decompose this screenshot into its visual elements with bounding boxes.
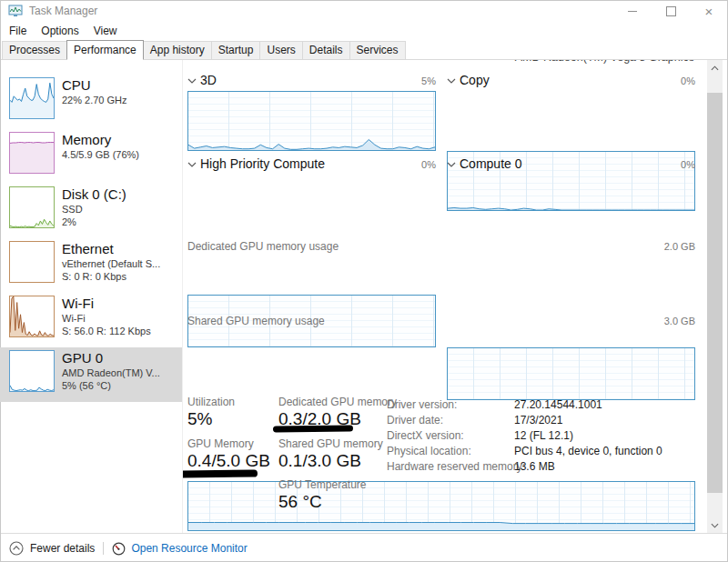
shared-memory-value: 0.1/3.0 GB — [278, 451, 361, 471]
tabbar: Processes Performance App history Startu… — [0, 40, 728, 60]
chevron-up-icon — [711, 65, 719, 71]
window-controls: × — [613, 0, 728, 22]
sidebar-item-sub: S: 56.0 R: 112 Kbps — [62, 325, 180, 337]
statusbar: Fewer details Open Resource Monitor — [0, 533, 728, 562]
directx-version-label: DirectX version: — [387, 429, 464, 442]
sidebar-item-title: CPU — [62, 76, 180, 94]
hardware-reserved-memory-label: Hardware reserved memory: — [387, 460, 525, 473]
minimize-button[interactable] — [613, 0, 652, 22]
scrollbar-down-button[interactable] — [707, 517, 723, 533]
menu-file[interactable]: File — [2, 23, 34, 39]
wifi-text: Wi-Fi Wi-Fi S: 56.0 R: 112 Kbps — [62, 295, 180, 337]
gpu-temperature-value: 56 °C — [278, 492, 322, 512]
chevron-down-icon — [711, 523, 719, 528]
sidebar-item-ethernet[interactable]: Ethernet vEthernet (Default S... S: 0 R:… — [0, 238, 182, 293]
titlebar: Task Manager × — [0, 0, 728, 22]
hardware-reserved-memory-value: 13.6 MB — [514, 460, 555, 473]
resource-monitor-icon — [112, 542, 126, 556]
sidebar-item-sub: 22% 2.70 GHz — [62, 94, 180, 106]
physical-location-label: Physical location: — [387, 445, 471, 457]
dedicated-memory-label: Dedicated GPU memory — [278, 396, 397, 408]
sidebar-item-sub: vEthernet (Default S... — [62, 257, 180, 270]
clipped-gpu-name: AMD Radeon(TM) Vega 8 Graphics — [515, 60, 694, 64]
sidebar-item-cpu[interactable]: CPU 22% 2.70 GHz — [0, 75, 182, 129]
chart-title: Shared GPU memory usage — [187, 315, 325, 327]
chevron-down-icon[interactable] — [447, 74, 456, 86]
chevron-down-icon[interactable] — [187, 157, 197, 170]
chevron-down-icon[interactable] — [447, 157, 456, 170]
menubar: File Options View — [0, 22, 728, 40]
sidebar-item-sub: Wi-Fi — [62, 312, 180, 325]
sidebar-item-sub: 5% (56 °C) — [62, 379, 180, 392]
sidebar-item-memory[interactable]: Memory 4.5/5.9 GB (76%) — [0, 129, 182, 184]
gpu-temperature-label: GPU Temperature — [278, 478, 367, 491]
maximize-button[interactable] — [652, 0, 690, 22]
chart-header-shared-memory: Shared GPU memory usage 3.0 GB — [187, 315, 695, 327]
chart-title: Copy — [460, 73, 490, 87]
sidebar-item-sub: S: 0 R: 0 Kbps — [62, 270, 180, 283]
sidebar-item-sub: 4.5/5.9 GB (76%) — [62, 148, 180, 161]
sidebar-item-wifi[interactable]: Wi-Fi Wi-Fi S: 56.0 R: 112 Kbps — [0, 293, 182, 347]
chart-header-high-priority-compute: High Priority Compute 0% — [187, 156, 436, 171]
driver-date-label: Driver date: — [387, 414, 443, 427]
chart-title: Compute 0 — [460, 156, 521, 171]
menu-options[interactable]: Options — [34, 23, 86, 39]
disk-mini-chart — [9, 186, 55, 228]
chart-value: 0% — [681, 75, 695, 86]
dedicated-gpu-memory-chart[interactable] — [187, 481, 695, 531]
shared-memory-label: Shared GPU memory — [278, 437, 383, 450]
chart-value: 0% — [421, 159, 436, 170]
chevron-up-circle-icon — [9, 541, 24, 556]
marker-annotation — [183, 470, 258, 478]
statusbar-divider — [103, 542, 104, 555]
window-title: Task Manager — [29, 5, 97, 17]
sidebar-item-title: Disk 0 (C:) — [62, 186, 180, 203]
fewer-details-button[interactable]: Fewer details — [9, 541, 95, 556]
gpu-detail-pane: AMD Radeon(TM) Vega 8 Graphics 3D 5% Cop… — [183, 60, 707, 533]
tab-app-history[interactable]: App history — [143, 41, 212, 59]
sidebar-item-title: Ethernet — [62, 240, 180, 257]
driver-date-value: 17/3/2021 — [514, 414, 562, 427]
close-button[interactable]: × — [690, 0, 728, 22]
tab-users[interactable]: Users — [259, 41, 302, 59]
cpu-mini-chart — [9, 77, 55, 119]
open-resource-monitor-link[interactable]: Open Resource Monitor — [112, 542, 247, 556]
menu-view[interactable]: View — [86, 23, 125, 39]
gpu-text: GPU 0 AMD Radeon(TM) V... 5% (56 °C) — [62, 349, 180, 392]
marker-annotation — [273, 426, 353, 433]
chevron-down-icon[interactable] — [187, 74, 197, 86]
sidebar-item-sub: AMD Radeon(TM) V... — [62, 366, 180, 379]
gpu-3d-chart[interactable] — [187, 91, 436, 151]
chart-header-compute0: Compute 0 0% — [447, 156, 695, 171]
sidebar-item-disk[interactable]: Disk 0 (C:) SSD 2% — [0, 184, 182, 238]
tab-details[interactable]: Details — [302, 41, 350, 59]
ethernet-text: Ethernet vEthernet (Default S... S: 0 R:… — [62, 240, 180, 283]
tab-processes[interactable]: Processes — [2, 41, 67, 59]
driver-version-value: 27.20.14544.1001 — [514, 398, 602, 411]
chart-value: 2.0 GB — [664, 241, 695, 252]
vertical-scrollbar[interactable] — [707, 60, 723, 533]
chart-title: High Priority Compute — [200, 156, 325, 171]
ethernet-mini-chart — [9, 241, 55, 283]
gpu-compute0-chart[interactable] — [447, 347, 695, 400]
utilization-value: 5% — [187, 409, 212, 429]
sidebar-item-gpu[interactable]: GPU 0 AMD Radeon(TM) V... 5% (56 °C) — [0, 347, 182, 402]
performance-content: CPU 22% 2.70 GHz Memory 4.5/5.9 GB (76%)… — [0, 60, 728, 533]
scrollbar-up-button[interactable] — [707, 60, 723, 75]
scrollbar-thumb[interactable] — [707, 93, 723, 493]
open-resource-monitor-label: Open Resource Monitor — [131, 542, 247, 555]
memory-mini-chart — [9, 132, 55, 174]
chart-title: Dedicated GPU memory usage — [187, 240, 339, 253]
chart-title: 3D — [200, 73, 217, 87]
tab-performance[interactable]: Performance — [66, 40, 144, 60]
sidebar-item-sub: 2% — [62, 216, 180, 228]
tab-services[interactable]: Services — [349, 41, 406, 59]
directx-version-value: 12 (FL 12.1) — [514, 429, 573, 442]
disk-text: Disk 0 (C:) SSD 2% — [62, 186, 180, 228]
gpu-memory-value: 0.4/5.0 GB — [187, 451, 270, 471]
sidebar-item-title: Wi-Fi — [62, 295, 180, 312]
driver-version-label: Driver version: — [387, 398, 457, 411]
chart-header-3d: 3D 5% — [187, 73, 436, 87]
tab-startup[interactable]: Startup — [211, 41, 261, 59]
chart-header-copy: Copy 0% — [447, 73, 695, 87]
